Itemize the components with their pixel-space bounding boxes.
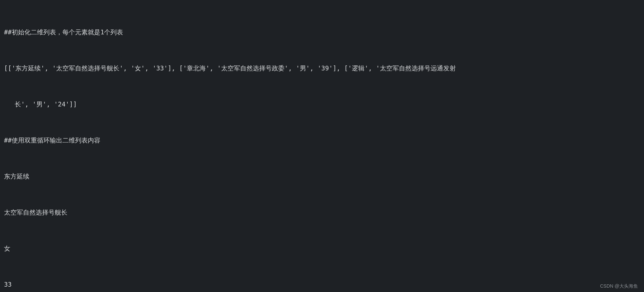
output-line: [['东方延续', '太空军自然选择号舰长', '女', '33'], ['章北… xyxy=(4,62,640,74)
output-line: 女 xyxy=(4,242,640,254)
output-line: ##使用双重循环输出二维列表内容 xyxy=(4,134,640,146)
output-line-wrap: 长', '男', '24']] xyxy=(4,98,640,110)
code-output-block: ##初始化二维列表，每个元素就是1个列表 [['东方延续', '太空军自然选择号… xyxy=(0,0,644,292)
watermark-text: CSDN @大头海鱼 xyxy=(600,283,638,289)
output-line: ##初始化二维列表，每个元素就是1个列表 xyxy=(4,26,640,38)
output-line: 33 xyxy=(4,278,640,290)
output-line: 东方延续 xyxy=(4,170,640,182)
output-line: 太空军自然选择号舰长 xyxy=(4,206,640,218)
